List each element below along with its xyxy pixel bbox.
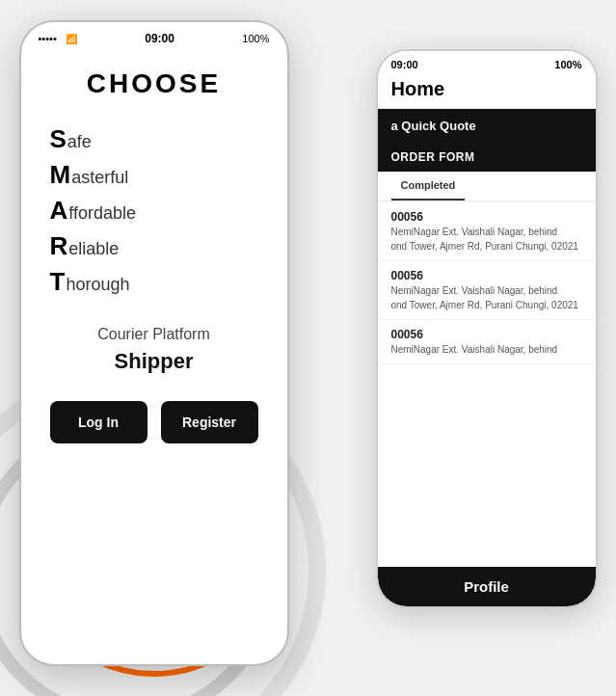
register-button[interactable]: Register [161, 401, 258, 443]
order-from-1: NemiNagar Ext. Vaishali Nagar, behind [391, 226, 582, 238]
wifi-icon: 📶 [66, 34, 77, 44]
shipper-label: Shipper [115, 349, 194, 374]
login-button[interactable]: Log In [50, 401, 147, 443]
smart-rest-r: eliable [68, 239, 119, 259]
smart-letter-r: R [50, 233, 68, 258]
back-phone-header: Home [378, 74, 596, 109]
app-title: CHOOSE [87, 68, 221, 99]
front-status-time: 09:00 [145, 32, 174, 45]
smart-rest-a: ffordable [68, 203, 136, 224]
order-form-label: ORDER FORM [378, 143, 596, 172]
profile-footer[interactable]: Profile [378, 567, 596, 606]
smart-rest-s: afe [67, 132, 92, 152]
smart-item-m: Masterful [50, 162, 258, 188]
front-phone: ••••• 📶 09:00 100% CHOOSE Safe Masterful… [19, 20, 289, 666]
smart-rest-t: horough [66, 275, 129, 295]
smart-rest-m: asterful [71, 168, 128, 188]
smart-letter-s: S [50, 126, 67, 151]
battery-icon: 100% [242, 33, 269, 44]
signal-dots: ••••• 📶 [39, 33, 77, 44]
order-id-3: 00056 [391, 328, 582, 341]
scene: 09:00 100% Home a Quick Quote ORDER FORM… [19, 20, 598, 676]
quick-quote-button[interactable]: a Quick Quote [378, 109, 596, 143]
smart-item-t: Thorough [50, 269, 258, 295]
smart-item-a: Affordable [50, 198, 258, 224]
order-id-1: 00056 [391, 210, 582, 224]
dots-text: ••••• [39, 33, 57, 44]
courier-platform-label: Courier Platform [97, 326, 209, 343]
smart-item-r: Reliable [50, 233, 258, 259]
order-from-2: NemiNagar Ext. Vaishali Nagar, behind [391, 284, 582, 297]
order-from-3: NemiNagar Ext. Vaishali Nagar, behind [391, 343, 582, 356]
smart-list: Safe Masterful Affordable Reliable Thoro… [50, 126, 258, 305]
back-phone: 09:00 100% Home a Quick Quote ORDER FORM… [376, 49, 598, 608]
order-id-2: 00056 [391, 269, 582, 282]
tab-completed[interactable]: Completed [391, 172, 466, 201]
smart-letter-a: A [50, 198, 68, 223]
front-phone-content: CHOOSE Safe Masterful Affordable Reliabl… [21, 49, 287, 463]
order-to-2: ond Tower, Ajmer Rd, Purani Chungi, 0202… [391, 299, 582, 311]
smart-item-s: Safe [50, 126, 258, 152]
back-status-battery: 100% [554, 59, 581, 70]
order-to-1: ond Tower, Ajmer Rd, Purani Chungi, 0202… [391, 240, 582, 253]
action-buttons: Log In Register [50, 401, 258, 443]
order-item-1: 00056 NemiNagar Ext. Vaishali Nagar, beh… [378, 202, 596, 261]
back-phone-statusbar: 09:00 100% [378, 51, 596, 74]
order-item-3: 00056 NemiNagar Ext. Vaishali Nagar, beh… [378, 320, 596, 364]
smart-letter-m: M [50, 162, 71, 187]
smart-letter-t: T [50, 269, 66, 294]
front-phone-statusbar: ••••• 📶 09:00 100% [21, 22, 287, 49]
order-item-2: 00056 NemiNagar Ext. Vaishali Nagar, beh… [378, 261, 596, 320]
back-status-time: 09:00 [391, 59, 418, 70]
order-tabs: Completed [378, 172, 596, 202]
